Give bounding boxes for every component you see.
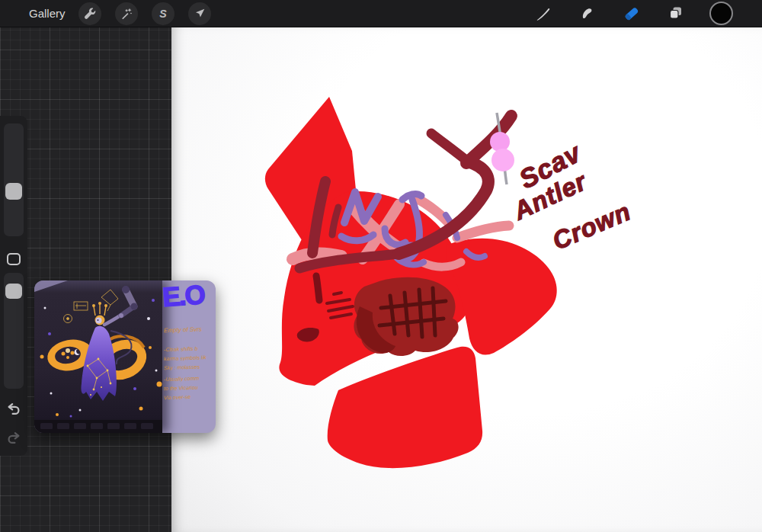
smudge-finger-icon xyxy=(578,5,597,23)
creature-drawing xyxy=(0,0,762,532)
undo-button[interactable] xyxy=(2,398,25,421)
selection-button[interactable]: S xyxy=(152,2,174,25)
eraser-tool-button[interactable] xyxy=(620,2,643,25)
pompom-top xyxy=(490,132,510,152)
reference-note-line: -Cloak shifts b xyxy=(164,345,216,352)
brush-sidebar xyxy=(0,116,27,456)
svg-text:S: S xyxy=(159,8,167,20)
right-ear-shape xyxy=(446,239,557,355)
reference-image-card[interactable]: E.O Empty of Svrs -Cloak shifts b karma … xyxy=(34,280,216,433)
reference-note-line: to the Vicariou xyxy=(164,384,216,391)
paintbrush-icon xyxy=(534,5,552,23)
brush-opacity-handle[interactable] xyxy=(5,284,22,299)
magic-wand-icon xyxy=(119,6,134,21)
actions-button[interactable] xyxy=(78,2,101,25)
eye-mark xyxy=(316,276,319,300)
redo-button[interactable] xyxy=(2,427,25,450)
modify-square-button[interactable] xyxy=(7,253,21,265)
color-swatch-button[interactable] xyxy=(709,2,733,25)
adjustments-button[interactable] xyxy=(115,2,138,25)
transform-button[interactable] xyxy=(188,2,211,25)
paint-tool-button[interactable] xyxy=(532,2,555,25)
undo-arrow-icon xyxy=(5,401,22,418)
layers-icon xyxy=(667,5,685,23)
brush-size-slider[interactable] xyxy=(4,123,24,236)
reference-note-line: Sky : molasses xyxy=(164,364,216,370)
smudge-tool-button[interactable] xyxy=(576,2,599,25)
brush-size-handle[interactable] xyxy=(5,183,22,200)
redo-arrow-icon xyxy=(5,430,22,447)
reference-title: E.O xyxy=(162,280,216,312)
pompom-bottom xyxy=(491,149,514,171)
reference-note-line: karma symbols lik xyxy=(164,354,216,361)
neck-shape xyxy=(328,347,482,468)
selection-s-icon: S xyxy=(155,6,171,21)
reference-artwork xyxy=(34,280,162,433)
transform-arrow-icon xyxy=(192,6,207,21)
reference-note-line: -Usually comm xyxy=(164,375,216,382)
wrench-icon xyxy=(82,6,98,21)
layers-button[interactable] xyxy=(664,2,687,25)
reference-note-line: Empty of Svrs xyxy=(164,325,216,334)
eraser-icon xyxy=(622,4,642,24)
gallery-button[interactable]: Gallery xyxy=(29,0,66,27)
reference-note-line: Via over-se xyxy=(164,393,216,400)
top-toolbar: Gallery S xyxy=(0,0,762,27)
